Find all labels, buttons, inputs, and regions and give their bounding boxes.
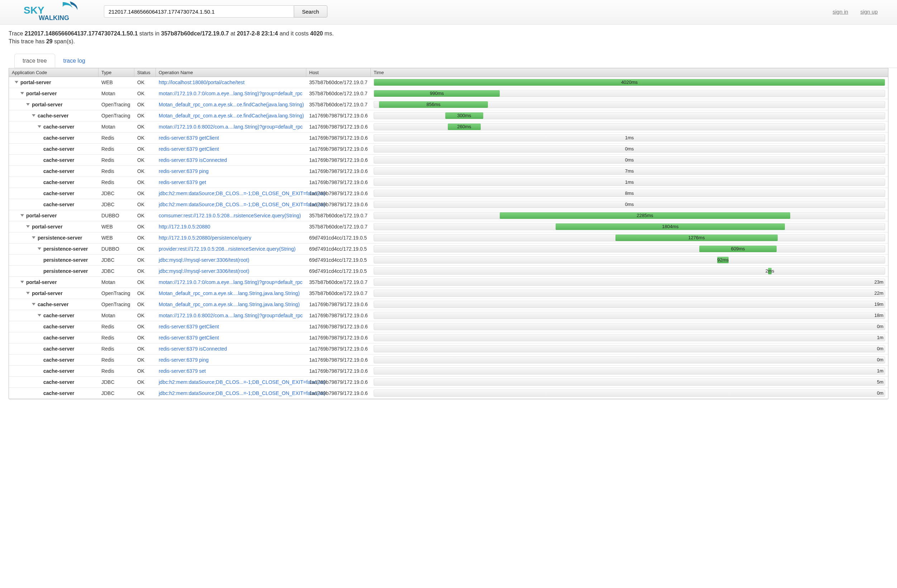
- type-cell: Motan: [98, 123, 134, 130]
- operation-link[interactable]: Motan_default_rpc_com.a.eye.sk....lang.S…: [159, 290, 300, 296]
- expand-icon[interactable]: [32, 114, 35, 117]
- operation-link[interactable]: redis-server:6379 isConnected: [159, 346, 227, 352]
- sign-in-link[interactable]: sign in: [833, 9, 848, 15]
- duration-label: 0m: [877, 390, 883, 396]
- operation-link[interactable]: motan://172.19.0.7:0/com.a.eye...lang.St…: [159, 91, 302, 96]
- time-cell: 18m: [371, 311, 888, 320]
- expand-icon[interactable]: [38, 247, 41, 250]
- table-row: cache-serverRedisOKredis-server:6379 isC…: [9, 344, 888, 354]
- operation-link[interactable]: comsumer:rest://172.19.0.5:208...rsisten…: [159, 213, 301, 218]
- operation-link[interactable]: redis-server:6379 set: [159, 368, 206, 374]
- duration-label: 0m: [877, 324, 883, 329]
- operation-link[interactable]: Motan_default_rpc_com.a.eye.sk....lang.S…: [159, 301, 300, 307]
- tab-trace-tree[interactable]: trace tree: [14, 54, 55, 68]
- host-cell: 1a1769b79879/172.19.0.6: [306, 345, 371, 352]
- table-row: cache-serverRedisOKredis-server:6379 pin…: [9, 354, 888, 366]
- host-cell: 1a1769b79879/172.19.0.6: [306, 201, 371, 208]
- duration-label: 0m: [877, 346, 883, 351]
- expand-icon[interactable]: [15, 81, 18, 84]
- operation-link[interactable]: motan://172.19.0.6:8002/com.a....lang.St…: [159, 124, 303, 130]
- operation-link[interactable]: redis-server:6379 getClient: [159, 335, 219, 341]
- status-cell: OK: [134, 367, 156, 374]
- expand-icon[interactable]: [26, 103, 30, 105]
- type-cell: JDBC: [98, 379, 134, 386]
- time-cell: 0m: [371, 389, 888, 397]
- sign-up-link[interactable]: sign up: [860, 9, 878, 15]
- type-cell: WEB: [98, 79, 134, 86]
- host-cell: 69d7491cd4cc/172.19.0.5: [306, 245, 371, 252]
- operation-link[interactable]: Motan_default_rpc_com.a.eye.sk...ce.find…: [159, 102, 304, 107]
- operation-link[interactable]: http://localhost:18080/portal/cache/test: [159, 79, 245, 85]
- app-name: cache-server: [43, 135, 74, 141]
- host-cell: 69d7491cd4cc/172.19.0.5: [306, 257, 371, 264]
- table-header: Application Code Type Status Operation N…: [9, 68, 888, 77]
- expand-icon[interactable]: [20, 214, 24, 217]
- operation-link[interactable]: provider:rest://172.19.0.5:208...rsisten…: [159, 246, 295, 252]
- search-button[interactable]: Search: [294, 5, 328, 18]
- time-cell: 19m: [371, 300, 888, 309]
- duration-label: 609ms: [731, 246, 745, 251]
- expand-icon[interactable]: [38, 314, 41, 316]
- operation-link[interactable]: redis-server:6379 isConnected: [159, 157, 227, 163]
- table-row: portal-serverMotanOKmotan://172.19.0.7:0…: [9, 277, 888, 288]
- host-cell: 1a1769b79879/172.19.0.6: [306, 134, 371, 142]
- app-name: cache-server: [43, 168, 74, 174]
- expand-icon[interactable]: [20, 281, 24, 283]
- operation-link[interactable]: jdbc:mysql://mysql-server:3306/test(root…: [159, 257, 250, 263]
- host-cell: 69d7491cd4cc/172.19.0.5: [306, 267, 371, 275]
- operation-link[interactable]: http://172.19.0.5:20880/persistence/quer…: [159, 235, 251, 241]
- table-row: cache-serverJDBCOKjdbc:h2:mem:dataSource…: [9, 377, 888, 388]
- type-cell: Motan: [98, 312, 134, 319]
- operation-link[interactable]: redis-server:6379 getClient: [159, 324, 219, 330]
- operation-link[interactable]: motan://172.19.0.7:0/com.a.eye...lang.St…: [159, 279, 302, 285]
- expand-icon[interactable]: [32, 236, 35, 239]
- status-cell: OK: [134, 134, 156, 142]
- operation-link[interactable]: redis-server:6379 ping: [159, 357, 208, 363]
- operation-link[interactable]: redis-server:6379 getClient: [159, 135, 219, 141]
- operation-link[interactable]: redis-server:6379 get: [159, 179, 206, 185]
- status-cell: OK: [134, 257, 156, 264]
- time-cell: 92ms: [371, 256, 888, 264]
- type-cell: Redis: [98, 367, 134, 374]
- operation-link[interactable]: motan://172.19.0.6:8002/com.a....lang.St…: [159, 313, 303, 318]
- operation-link[interactable]: Motan_default_rpc_com.a.eye.sk...ce.find…: [159, 113, 304, 119]
- operation-link[interactable]: jdbc:h2:mem:dataSource;DB_CLOS...=-1;DB_…: [159, 379, 325, 385]
- operation-link[interactable]: redis-server:6379 getClient: [159, 146, 219, 152]
- status-cell: OK: [134, 179, 156, 186]
- operation-link[interactable]: jdbc:h2:mem:dataSource;DB_CLOS...=-1;DB_…: [159, 191, 325, 196]
- app-name: persistence-server: [43, 246, 88, 252]
- status-cell: OK: [134, 156, 156, 163]
- operation-link[interactable]: jdbc:h2:mem:dataSource;DB_CLOS...=-1;DB_…: [159, 390, 325, 396]
- expand-icon[interactable]: [26, 292, 30, 294]
- host-cell: 1a1769b79879/172.19.0.6: [306, 389, 371, 397]
- operation-link[interactable]: http://172.19.0.5:20880: [159, 224, 210, 229]
- time-cell: 5m: [371, 378, 888, 386]
- table-row: persistence-serverJDBCOKjdbc:mysql://mys…: [9, 255, 888, 266]
- expand-icon[interactable]: [20, 92, 24, 95]
- operation-link[interactable]: jdbc:h2:mem:dataSource;DB_CLOS...=-1;DB_…: [159, 202, 325, 207]
- table-row: cache-serverRedisOKredis-server:6379 set…: [9, 366, 888, 377]
- table-row: cache-serverJDBCOKjdbc:h2:mem:dataSource…: [9, 199, 888, 210]
- expand-icon[interactable]: [32, 303, 35, 305]
- duration-label: 0m: [877, 357, 883, 362]
- tab-trace-log[interactable]: trace log: [55, 54, 93, 68]
- tabs: trace tree trace log: [14, 54, 897, 68]
- expand-icon[interactable]: [38, 125, 41, 128]
- time-cell: 856ms: [371, 100, 888, 109]
- operation-link[interactable]: jdbc:mysql://mysql-server:3306/test(root…: [159, 268, 250, 274]
- status-cell: OK: [134, 79, 156, 86]
- status-cell: OK: [134, 90, 156, 97]
- expand-icon[interactable]: [26, 225, 30, 228]
- duration-label: 260ms: [457, 124, 471, 129]
- table-row: cache-serverJDBCOKjdbc:h2:mem:dataSource…: [9, 388, 888, 399]
- operation-link[interactable]: redis-server:6379 ping: [159, 168, 208, 174]
- host-cell: 1a1769b79879/172.19.0.6: [306, 312, 371, 319]
- duration-label: 22m: [874, 290, 883, 296]
- summary-prefix: Trace: [9, 31, 25, 37]
- app-name: cache-server: [43, 191, 74, 196]
- table-row: portal-serverDUBBOOKcomsumer:rest://172.…: [9, 210, 888, 221]
- type-cell: OpenTracing: [98, 301, 134, 308]
- duration-label: 7ms: [625, 168, 634, 174]
- type-cell: JDBC: [98, 389, 134, 397]
- search-input[interactable]: [104, 5, 294, 18]
